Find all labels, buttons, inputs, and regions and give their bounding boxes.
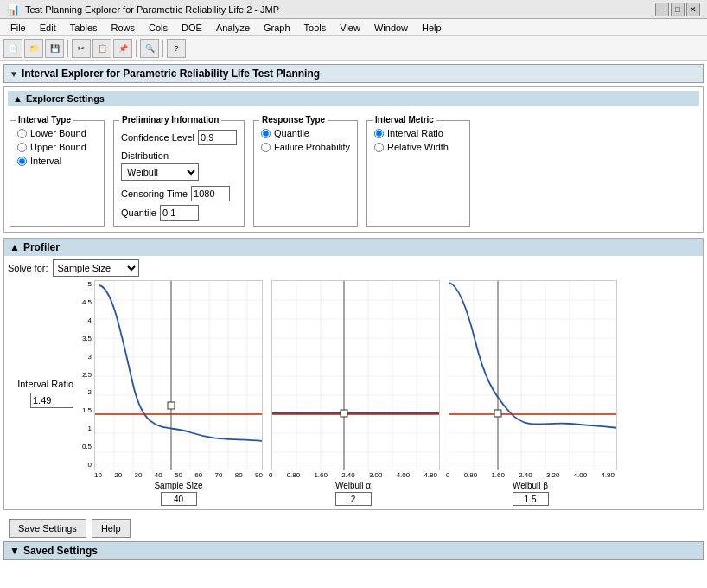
collapse-arrow[interactable]: ▼ (10, 69, 18, 79)
censoring-time-input[interactable] (191, 186, 230, 201)
interval-radio[interactable] (17, 157, 27, 166)
chart2-svg[interactable] (271, 280, 440, 470)
distribution-select[interactable]: Weibull (121, 163, 199, 181)
x-tick-40: 40 (155, 471, 162, 479)
chart3-svg[interactable] (449, 280, 617, 470)
quantile-radio[interactable] (261, 129, 271, 138)
sep3 (162, 40, 163, 57)
solve-for-row: Solve for: Sample Size (8, 259, 699, 277)
quantile-input[interactable] (160, 205, 199, 220)
close-button[interactable]: ✕ (686, 3, 700, 16)
profiler-collapse-arrow[interactable]: ▲ (10, 241, 20, 253)
menu-doe[interactable]: DOE (175, 21, 209, 35)
saved-collapse-arrow[interactable]: ▼ (10, 545, 20, 557)
interval-type-label: Interval Type (16, 115, 73, 125)
failure-prob-option[interactable]: Failure Probability (261, 142, 350, 152)
menu-tables[interactable]: Tables (63, 21, 105, 35)
weibull-beta-input[interactable] (513, 492, 549, 506)
menu-tools[interactable]: Tools (297, 21, 334, 35)
zoom-button[interactable]: 🔍 (140, 39, 159, 58)
interval-ratio-option[interactable]: Interval Ratio (374, 128, 462, 138)
relative-width-radio[interactable] (374, 143, 384, 152)
menu-cols[interactable]: Cols (142, 21, 175, 35)
open-button[interactable]: 📁 (24, 39, 43, 58)
chart1-with-yaxis: 0 0.5 1 1.5 2 2.5 3 3.5 4 4.5 5 (77, 280, 263, 470)
interval-ratio-value-input[interactable] (30, 393, 73, 408)
menu-view[interactable]: View (333, 21, 367, 35)
solve-for-select[interactable]: Sample Size (53, 259, 139, 277)
chart2-wrapper: 0 0.80 1.60 2.40 3.00 4.00 4.80 Weibull … (266, 280, 440, 506)
chart1-x-label: Sample Size (154, 481, 202, 490)
menu-analyze[interactable]: Analyze (209, 21, 257, 35)
y-tick-25: 2.5 (77, 371, 92, 379)
help-button[interactable]: ? (167, 39, 186, 58)
menu-help[interactable]: Help (415, 21, 449, 35)
y-tick-0: 0 (77, 461, 92, 469)
menu-graph[interactable]: Graph (257, 21, 297, 35)
y-tick-3: 3 (77, 353, 92, 361)
interval-ratio-radio[interactable] (374, 129, 384, 138)
y-tick-45: 4.5 (77, 298, 92, 306)
save-button[interactable]: 💾 (45, 39, 64, 58)
weibull-alpha-input[interactable] (335, 492, 372, 506)
settings-title: Explorer Settings (26, 93, 105, 104)
window-title: Test Planning Explorer for Parametric Re… (25, 4, 279, 15)
minimize-button[interactable]: ─ (655, 3, 669, 16)
failure-prob-radio[interactable] (261, 143, 271, 152)
new-button[interactable]: 📄 (3, 39, 22, 58)
maximize-button[interactable]: □ (671, 3, 685, 16)
paste-button[interactable]: 📌 (113, 39, 132, 58)
cut-button[interactable]: ✂ (72, 39, 91, 58)
y-tick-2: 2 (77, 388, 92, 396)
x-tick-60: 60 (194, 471, 202, 479)
upper-bound-option[interactable]: Upper Bound (17, 142, 97, 152)
charts-row: Interval Ratio 0 0.5 1 1.5 2 2.5 (8, 280, 699, 506)
menu-file[interactable]: File (3, 21, 33, 35)
y-tick-1: 1 (77, 425, 92, 432)
copy-button[interactable]: 📋 (92, 39, 111, 58)
menu-window[interactable]: Window (367, 21, 415, 35)
help-icon: ? (174, 44, 178, 53)
menu-edit[interactable]: Edit (33, 21, 63, 35)
zoom-icon: 🔍 (145, 44, 155, 53)
y-axis-1: 0 0.5 1 1.5 2 2.5 3 3.5 4 4.5 5 (77, 280, 94, 470)
x2-tick-480: 4.80 (424, 471, 437, 479)
lower-bound-label: Lower Bound (30, 128, 86, 138)
menu-rows[interactable]: Rows (105, 21, 143, 35)
upper-bound-label: Upper Bound (30, 142, 86, 152)
chart2-x-label: Weibull α (335, 481, 371, 490)
explorer-settings-panel: ▲ Explorer Settings Interval Type Lower … (3, 86, 704, 233)
title-bar: 📊 Test Planning Explorer for Parametric … (0, 0, 707, 19)
settings-collapse-arrow[interactable]: ▲ (13, 93, 22, 104)
saved-settings-title: Saved Settings (23, 545, 98, 557)
confidence-level-label: Confidence Level (121, 132, 194, 143)
distribution-label: Distribution (121, 150, 169, 161)
lower-bound-radio[interactable] (17, 129, 27, 138)
x-tick-90: 90 (255, 471, 263, 479)
main-section-header: ▼ Interval Explorer for Parametric Relia… (3, 64, 704, 83)
interval-metric-radio-group: Interval Ratio Relative Width (374, 128, 462, 152)
chart1-svg[interactable] (94, 280, 263, 470)
save-icon: 💾 (50, 44, 60, 53)
paste-icon: 📌 (118, 44, 128, 53)
x-tick-50: 50 (175, 471, 182, 479)
interval-option[interactable]: Interval (17, 156, 97, 166)
confidence-level-input[interactable] (198, 130, 237, 145)
interval-type-group: Interval Type Lower Bound Upper Bound In… (10, 120, 105, 227)
profiler-header: ▲ Profiler (4, 239, 703, 256)
copy-icon: 📋 (98, 44, 107, 53)
sample-size-input[interactable] (161, 492, 197, 506)
help-dialog-button[interactable]: Help (92, 519, 131, 538)
svg-rect-57 (494, 410, 501, 417)
relative-width-option[interactable]: Relative Width (374, 142, 462, 152)
main-section-title: Interval Explorer for Parametric Reliabi… (22, 67, 320, 80)
x2-tick-160: 1.60 (314, 471, 328, 479)
menu-bar: File Edit Tables Rows Cols DOE Analyze G… (0, 19, 707, 36)
save-settings-button[interactable]: Save Settings (9, 519, 86, 538)
chart3-with-yaxis (443, 280, 617, 470)
quantile-option[interactable]: Quantile (261, 128, 350, 138)
x2-tick-240: 2.40 (341, 471, 355, 479)
chart1-wrapper: 0 0.5 1 1.5 2 2.5 3 3.5 4 4.5 5 (77, 280, 263, 506)
lower-bound-option[interactable]: Lower Bound (17, 128, 97, 138)
upper-bound-radio[interactable] (17, 143, 27, 152)
